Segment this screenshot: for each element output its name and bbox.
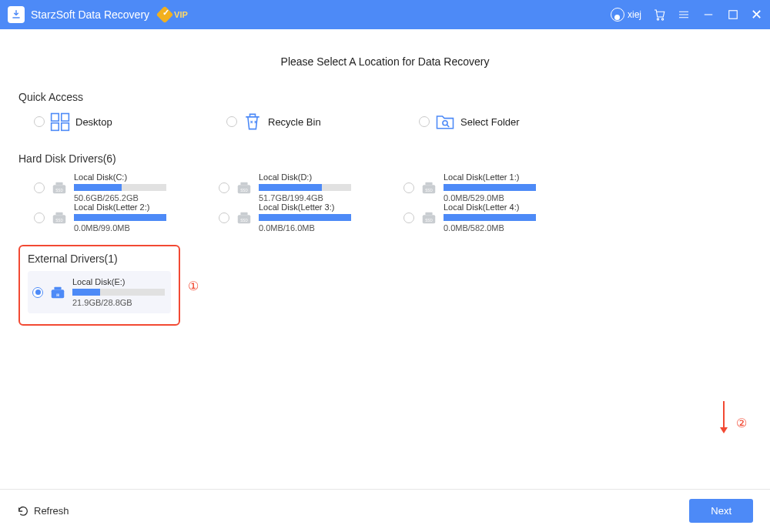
disk-usage-bar	[444, 184, 536, 191]
svg-rect-12	[240, 182, 247, 185]
svg-rect-18	[55, 212, 62, 215]
svg-rect-27	[54, 286, 61, 289]
quick-access-desktop[interactable]: Desktop	[34, 111, 203, 132]
svg-text:SSD: SSD	[240, 188, 248, 192]
svg-point-1	[661, 18, 663, 20]
disk-size: 21.9GB/28.8GB	[72, 298, 165, 307]
external-drivers-box: External Drivers(1) ⊞ Local Disk(E:) 21.…	[18, 245, 180, 326]
disk-icon: SSD	[51, 179, 68, 196]
user-account[interactable]: xiej	[611, 8, 641, 22]
disk-name: Local Disk(D:)	[259, 172, 351, 182]
refresh-label: Refresh	[34, 505, 69, 517]
page-title: Please Select A Location for Data Recove…	[18, 55, 752, 68]
disk-name: Local Disk(Letter 4:)	[444, 202, 536, 212]
minimize-icon[interactable]	[701, 8, 715, 22]
svg-point-7	[443, 121, 447, 125]
svg-rect-6	[62, 123, 69, 131]
radio-icon	[403, 212, 414, 223]
desktop-icon	[49, 111, 71, 132]
disk-usage-bar	[74, 184, 166, 191]
vip-label: VIP	[174, 10, 188, 19]
svg-rect-24	[425, 212, 432, 215]
qa-label: Select Folder	[460, 116, 520, 128]
radio-icon	[32, 287, 43, 298]
disk-usage-bar	[444, 214, 536, 221]
svg-rect-4	[62, 114, 69, 122]
svg-text:SSD: SSD	[240, 218, 248, 222]
hard-disk-item[interactable]: SSD Local Disk(C:) 50.6GB/265.2GB	[34, 172, 219, 202]
folder-search-icon	[434, 111, 456, 132]
radio-icon	[219, 212, 229, 223]
svg-text:SSD: SSD	[55, 188, 63, 192]
radio-icon	[34, 116, 45, 127]
maximize-icon[interactable]	[726, 8, 740, 22]
disk-icon: SSD	[51, 209, 68, 226]
svg-point-0	[657, 18, 658, 20]
disk-icon: SSD	[420, 179, 437, 196]
svg-rect-21	[240, 212, 247, 215]
disk-name: Local Disk(C:)	[74, 172, 166, 182]
disk-usage-bar	[74, 214, 166, 221]
disk-icon: SSD	[236, 209, 253, 226]
svg-text:SSD: SSD	[55, 218, 63, 222]
radio-icon	[34, 212, 45, 223]
disk-size: 0.0MB/16.0MB	[259, 223, 351, 233]
disk-name: Local Disk(Letter 1:)	[444, 172, 536, 182]
titlebar: StarzSoft Data Recovery VIP xiej ✕	[0, 0, 770, 29]
recycle-bin-icon	[242, 111, 263, 132]
disk-icon: ⊞	[49, 284, 66, 301]
disk-size: 0.0MB/529.0MB	[444, 193, 536, 202]
qa-label: Desktop	[75, 116, 112, 128]
svg-rect-9	[55, 182, 62, 185]
disk-name: Local Disk(E:)	[72, 277, 165, 286]
hard-disk-item[interactable]: SSD Local Disk(Letter 2:) 0.0MB/99.0MB	[34, 202, 219, 233]
next-button[interactable]: Next	[689, 499, 753, 523]
annotation-one: ①	[188, 278, 199, 293]
disk-usage-bar	[259, 214, 351, 221]
hard-disk-item[interactable]: SSD Local Disk(Letter 4:) 0.0MB/582.0MB	[403, 202, 588, 233]
quick-access-recycle-bin[interactable]: Recycle Bin	[226, 111, 396, 132]
hard-disk-heading: Hard Disk Drivers(6)	[18, 152, 752, 165]
disk-size: 50.6GB/265.2GB	[74, 193, 166, 202]
svg-text:SSD: SSD	[425, 218, 433, 222]
svg-rect-2	[729, 11, 738, 19]
radio-icon	[403, 182, 414, 193]
external-disk-item[interactable]: ⊞ Local Disk(E:) 21.9GB/28.8GB	[28, 271, 171, 313]
quick-access-select-folder[interactable]: Select Folder	[419, 111, 588, 132]
external-heading: External Drivers(1)	[28, 253, 171, 265]
radio-icon	[419, 116, 430, 127]
app-title: StarzSoft Data Recovery	[31, 8, 149, 21]
disk-usage-bar	[259, 184, 351, 191]
radio-icon	[226, 116, 237, 127]
disk-size: 0.0MB/582.0MB	[444, 223, 536, 233]
disk-size: 51.7GB/199.4GB	[259, 193, 351, 202]
disk-size: 0.0MB/99.0MB	[74, 223, 166, 233]
cart-icon[interactable]	[652, 8, 666, 22]
qa-label: Recycle Bin	[268, 116, 321, 128]
hard-disk-item[interactable]: SSD Local Disk(Letter 3:) 0.0MB/16.0MB	[219, 202, 403, 233]
disk-usage-bar	[72, 289, 165, 296]
menu-icon[interactable]	[677, 8, 691, 22]
svg-text:⊞: ⊞	[56, 293, 59, 296]
disk-name: Local Disk(Letter 2:)	[74, 202, 166, 212]
hard-disk-item[interactable]: SSD Local Disk(D:) 51.7GB/199.4GB	[219, 172, 403, 202]
quick-access-heading: Quick Access	[18, 91, 752, 103]
close-icon[interactable]: ✕	[751, 6, 762, 23]
disk-icon: SSD	[236, 179, 253, 196]
avatar-icon	[611, 8, 624, 22]
svg-rect-5	[52, 123, 59, 131]
svg-rect-15	[425, 182, 432, 185]
refresh-icon	[17, 505, 29, 517]
svg-text:SSD: SSD	[425, 188, 433, 192]
disk-icon: SSD	[420, 209, 437, 226]
radio-icon	[219, 182, 229, 193]
app-logo-icon	[8, 6, 25, 23]
svg-rect-3	[52, 114, 59, 122]
radio-icon	[34, 182, 45, 193]
annotation-two: ②	[736, 416, 747, 430]
hard-disk-item[interactable]: SSD Local Disk(Letter 1:) 0.0MB/529.0MB	[403, 172, 588, 202]
vip-badge: VIP	[159, 8, 188, 21]
username: xiej	[628, 9, 641, 20]
refresh-button[interactable]: Refresh	[17, 505, 69, 517]
annotation-arrow-icon	[718, 400, 730, 435]
